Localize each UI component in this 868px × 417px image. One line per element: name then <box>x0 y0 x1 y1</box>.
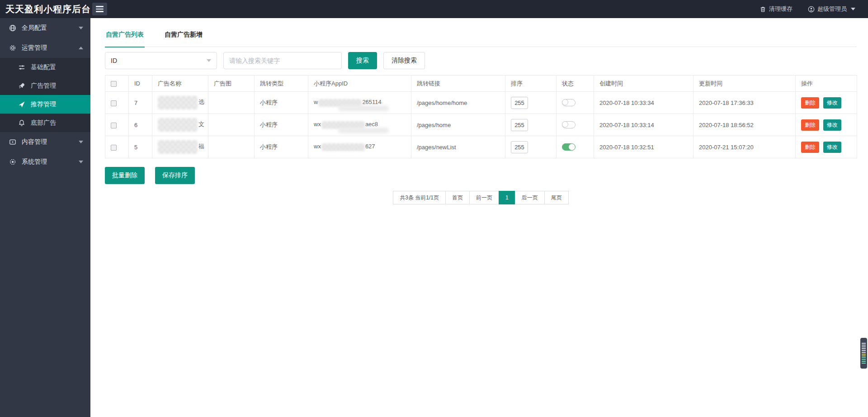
sidebar-item-basic-config[interactable]: 基础配置 <box>0 58 90 76</box>
cell-ad-name: 选 <box>152 92 208 114</box>
sidebar-item-global-config[interactable]: 全局配置 <box>0 18 90 38</box>
censored-blur <box>158 118 198 132</box>
search-toolbar: ID 搜索 清除搜索 <box>105 52 857 69</box>
col-created: 创建时间 <box>594 76 693 92</box>
cell-updated: 2020-07-21 15:07:20 <box>693 136 796 158</box>
cell-id: 5 <box>129 136 152 158</box>
sidebar-item-recommend-management[interactable]: 推荐管理 <box>0 95 90 114</box>
censored-blur <box>158 140 198 154</box>
edit-button[interactable]: 修改 <box>823 142 841 153</box>
col-appid: 小程序AppID <box>308 76 411 92</box>
cell-appid: w265114 <box>308 92 411 114</box>
chevron-down-icon <box>79 27 83 29</box>
cell-ad-image <box>208 136 255 158</box>
hamburger-icon <box>96 6 104 7</box>
col-status: 状态 <box>557 76 594 92</box>
sort-input[interactable] <box>511 97 528 109</box>
app-title: 天天盈利小程序后台 <box>0 3 90 15</box>
pagination-prev[interactable]: 前一页 <box>469 191 499 204</box>
cell-appid: wxaec8 <box>308 114 411 136</box>
edit-button[interactable]: 修改 <box>823 119 841 131</box>
cell-jump-type: 小程序 <box>255 136 308 158</box>
tab-ad-new[interactable]: 自营广告新增 <box>164 27 203 47</box>
app-window: 天天盈利小程序后台 清理缓存 超级管理员 <box>0 0 868 417</box>
table-row: 6 文 小程序 wxaec8 /pages/home 2020-07-18 10… <box>105 114 857 136</box>
cell-id: 7 <box>129 92 152 114</box>
chevron-down-icon <box>79 161 83 163</box>
sidebar-item-label: 全局配置 <box>22 24 73 32</box>
cell-jump-link: /pages/home <box>411 114 505 136</box>
pagination-first[interactable]: 首页 <box>445 191 470 204</box>
send-icon <box>18 101 25 108</box>
censored-blur <box>158 96 198 109</box>
search-field-value: ID <box>111 57 117 64</box>
main-content: 自营广告列表 自营广告新增 ID 搜索 清除搜索 ID 广告名称 <box>90 18 868 417</box>
clear-cache-button[interactable]: 清理缓存 <box>760 5 793 13</box>
sidebar-item-bottom-ad[interactable]: 底部广告 <box>0 114 90 132</box>
status-toggle[interactable] <box>562 121 576 128</box>
sidebar-item-label: 广告管理 <box>31 82 83 90</box>
sliders-icon <box>18 64 25 71</box>
admin-label: 超级管理员 <box>817 5 847 13</box>
cell-updated: 2020-07-18 17:36:33 <box>693 92 796 114</box>
search-field-select[interactable]: ID <box>105 52 217 69</box>
table-row: 7 选 小程序 w265114 /pages/home/home 2020-07… <box>105 92 857 114</box>
sidebar-item-ad-management[interactable]: 广告管理 <box>0 76 90 95</box>
search-button[interactable]: 搜索 <box>348 52 377 69</box>
top-header: 天天盈利小程序后台 清理缓存 超级管理员 <box>0 0 868 18</box>
screenshot-tool-marker[interactable] <box>860 338 867 369</box>
cell-created: 2020-07-18 10:33:34 <box>594 92 693 114</box>
tab-bar: 自营广告列表 自营广告新增 <box>105 27 857 47</box>
sidebar-item-system-management[interactable]: 系统管理 <box>0 152 90 172</box>
user-icon <box>808 6 815 13</box>
table-row: 5 福 小程序 wx627 /pages/newList 2020-07-18 … <box>105 136 857 158</box>
bulk-actions: 批量删除 保存排序 <box>105 167 857 184</box>
save-sort-button[interactable]: 保存排序 <box>155 167 195 184</box>
col-updated: 更新时间 <box>693 76 796 92</box>
header-actions: 清理缓存 超级管理员 <box>760 5 868 13</box>
rocket-icon <box>18 82 25 90</box>
operations-submenu: 基础配置 广告管理 推荐管理 底部广告 <box>0 58 90 132</box>
sidebar-item-label: 底部广告 <box>31 119 83 127</box>
col-jump-link: 跳转链接 <box>411 76 505 92</box>
row-checkbox[interactable] <box>111 123 117 128</box>
cell-jump-type: 小程序 <box>255 114 308 136</box>
row-checkbox[interactable] <box>111 145 117 151</box>
sidebar-item-operations[interactable]: 运营管理 <box>0 38 90 58</box>
pagination-last[interactable]: 尾页 <box>544 191 569 204</box>
bell-icon <box>18 119 25 127</box>
sidebar: 全局配置 运营管理 基础配置 <box>0 18 90 417</box>
sidebar-toggle-button[interactable] <box>92 3 107 15</box>
status-toggle[interactable] <box>562 99 576 106</box>
tab-ad-list[interactable]: 自营广告列表 <box>105 27 145 47</box>
video-icon <box>9 138 16 146</box>
col-ad-name: 广告名称 <box>152 76 208 92</box>
row-checkbox[interactable] <box>111 100 117 106</box>
status-toggle[interactable] <box>562 143 576 151</box>
cell-created: 2020-07-18 10:33:14 <box>594 114 693 136</box>
delete-button[interactable]: 删除 <box>801 119 819 131</box>
select-all-checkbox[interactable] <box>111 81 117 87</box>
sort-input[interactable] <box>511 119 528 131</box>
chevron-down-icon <box>79 141 83 143</box>
edit-button[interactable]: 修改 <box>823 97 841 109</box>
pagination-page-1[interactable]: 1 <box>499 191 515 204</box>
cell-jump-link: /pages/home/home <box>411 92 505 114</box>
cog-icon <box>9 158 16 166</box>
delete-button[interactable]: 删除 <box>801 142 819 153</box>
col-actions: 操作 <box>796 76 857 92</box>
admin-menu[interactable]: 超级管理员 <box>808 5 855 13</box>
sort-input[interactable] <box>511 141 528 153</box>
clear-search-button[interactable]: 清除搜索 <box>383 52 425 69</box>
gear-icon <box>9 44 16 52</box>
pagination: 共3条 当前1/1页 首页 前一页 1 后一页 尾页 <box>105 191 857 204</box>
caret-down-icon <box>207 59 211 62</box>
pagination-next[interactable]: 后一页 <box>515 191 545 204</box>
batch-delete-button[interactable]: 批量删除 <box>105 167 145 184</box>
censored-blur <box>321 121 365 129</box>
sidebar-item-content-management[interactable]: 内容管理 <box>0 132 90 152</box>
delete-button[interactable]: 删除 <box>801 97 819 109</box>
search-input[interactable] <box>223 52 342 69</box>
caret-down-icon <box>851 8 855 10</box>
table-header-row: ID 广告名称 广告图 跳转类型 小程序AppID 跳转链接 排序 状态 创建时… <box>105 76 857 92</box>
